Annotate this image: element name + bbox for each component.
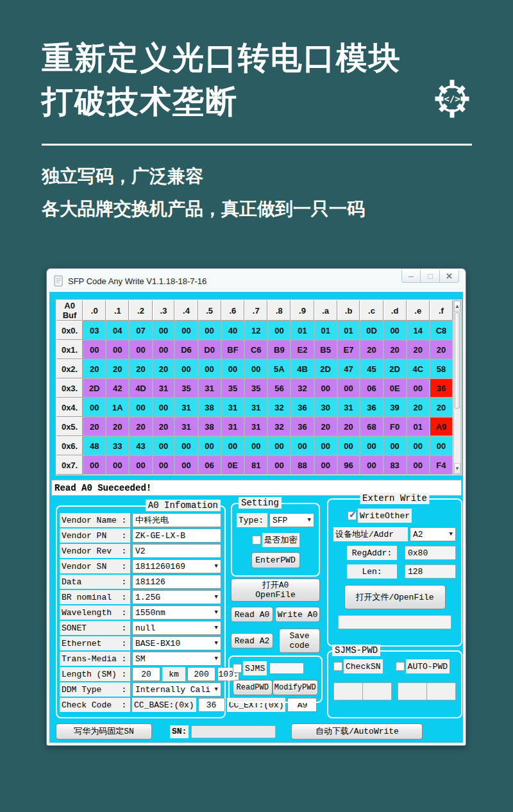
hex-cell[interactable]: 20 [407,340,430,359]
close-button[interactable]: ✕ [440,270,459,283]
hex-cell[interactable]: 00 [83,398,106,417]
read-a0-button[interactable]: Read A0 [231,607,273,622]
hex-cell[interactable]: B9 [267,340,290,359]
hex-cell[interactable]: F4 [430,455,453,475]
hex-cell[interactable]: 45 [360,359,383,378]
hex-cell[interactable]: 47 [337,359,360,378]
hex-cell[interactable]: 00 [314,436,337,455]
hex-cell[interactable]: 4C [407,359,430,378]
hex-cell[interactable]: 20 [337,417,360,436]
hex-cell[interactable]: 00 [106,455,129,475]
regaddr-input[interactable]: 0x80 [405,546,456,560]
hex-cell[interactable]: 30 [314,398,337,417]
field-input[interactable]: 181126 [132,575,221,589]
hex-cell[interactable]: 06 [198,455,221,475]
hex-cell[interactable]: 00 [198,321,221,340]
scroll-down-icon[interactable]: ▼ [454,463,460,474]
scrollbar-track[interactable] [454,409,460,463]
hex-cell[interactable]: 00 [267,321,290,340]
hex-cell[interactable]: 35 [221,378,245,398]
write-a0-button[interactable]: Write A0 [275,607,320,622]
hex-cell[interactable]: 00 [174,436,198,455]
hex-cell[interactable]: 0E [383,378,407,398]
modify-pwd-button[interactable]: ModifyPWD [273,680,318,695]
hex-cell[interactable]: 31 [337,398,360,417]
encrypt-checkbox[interactable] [252,536,261,545]
hex-cell[interactable]: 00 [430,436,453,455]
hex-cell[interactable]: 31 [244,417,267,436]
hex-cell[interactable]: 88 [290,455,314,475]
hex-cell[interactable]: 31 [244,398,267,417]
read-pwd-button[interactable]: ReadPWD [233,680,273,695]
hex-cell[interactable]: 00 [198,359,221,378]
hex-cell[interactable]: 68 [360,417,383,436]
write-other-checkbox[interactable] [348,511,357,520]
hex-cell[interactable]: 4B [290,359,314,378]
hex-cell[interactable]: 00 [383,436,407,455]
hex-cell[interactable]: 00 [83,340,106,359]
open-file-button[interactable]: 打开文件/OpenFile [344,585,446,609]
field-input[interactable]: V2 [132,544,221,558]
hex-cell[interactable]: 00 [153,436,175,455]
hex-cell[interactable]: 39 [383,398,407,417]
hex-cell[interactable]: 20 [383,340,407,359]
field-combo[interactable]: 1550nm▼ [132,605,221,620]
hex-cell[interactable]: 00 [174,321,198,340]
hex-cell[interactable]: 00 [129,398,152,417]
scroll-up-icon[interactable]: ▲ [454,301,460,312]
maximize-button[interactable] [421,270,440,283]
hex-cell[interactable]: 06 [360,378,383,398]
check-code-input[interactable]: 36 [198,698,225,712]
hex-cell[interactable]: BF [221,340,245,359]
hex-cell[interactable]: 20 [153,417,175,436]
hex-cell[interactable]: 2D [314,359,337,378]
hex-cell[interactable]: 20 [129,417,152,436]
hex-cell[interactable]: 01 [337,321,360,340]
hex-cell[interactable]: D0 [198,340,221,359]
hex-cell[interactable]: 31 [221,417,245,436]
hex-cell[interactable]: 01 [290,321,314,340]
hex-cell[interactable]: 00 [153,398,175,417]
hex-cell[interactable]: 42 [106,378,129,398]
hex-cell[interactable]: 81 [244,455,267,475]
len-input[interactable]: 128 [405,564,456,579]
hex-cell[interactable]: 20 [153,359,175,378]
hex-cell[interactable]: F0 [383,417,407,436]
hex-cell[interactable]: 43 [129,436,152,455]
hex-cell[interactable]: B5 [314,340,337,359]
hex-cell[interactable]: 00 [129,455,152,475]
hex-cell[interactable]: 0D [360,321,383,340]
hex-cell[interactable]: 20 [83,359,106,378]
hex-cell[interactable]: 32 [267,417,290,436]
hex-cell[interactable]: 5A [267,359,290,378]
hex-cell[interactable]: 4D [129,378,152,398]
device-addr-select[interactable]: A2▼ [410,527,456,541]
hex-cell[interactable]: 35 [174,378,198,398]
hex-cell[interactable]: 00 [153,340,175,359]
hex-cell[interactable]: 32 [290,378,314,398]
hex-cell[interactable]: 14 [407,321,430,340]
hex-cell[interactable]: 31 [198,378,221,398]
hex-cell[interactable]: 04 [106,321,129,340]
hex-cell[interactable]: 20 [106,359,129,378]
length-input[interactable]: 200 [187,667,215,681]
hex-cell[interactable]: E2 [290,340,314,359]
hex-cell[interactable]: E7 [337,340,360,359]
pwd-cell-input[interactable] [398,682,427,700]
field-input[interactable]: ZK-GE-LX-B [132,529,221,543]
hex-cell[interactable]: 00 [360,455,383,475]
sn-input[interactable] [191,725,276,738]
type-select[interactable]: SFP▼ [269,513,314,527]
hex-cell[interactable]: 20 [83,417,106,436]
field-combo[interactable]: null▼ [132,621,221,635]
field-combo[interactable]: SM▼ [132,652,221,666]
hex-cell[interactable]: 01 [407,417,430,436]
hex-cell[interactable]: 00 [244,436,267,455]
hex-cell[interactable]: 32 [267,398,290,417]
hex-cell[interactable]: 07 [129,321,152,340]
window-titlebar[interactable]: SFP Code Any Write V1.1.18-18-7-16 ─ ✕ [48,270,464,292]
field-combo[interactable]: Internally Cali▼ [132,682,221,697]
hex-cell[interactable]: 31 [174,417,198,436]
pwd-cell-input[interactable] [363,682,392,700]
hex-cell[interactable]: 20 [314,417,337,436]
